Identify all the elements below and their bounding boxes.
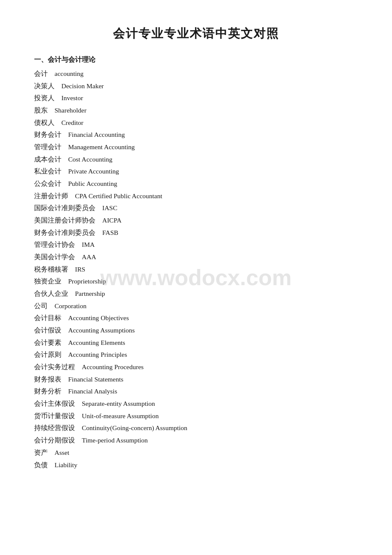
term-line: 持续经营假设 Continuity(Going-concern) Assumpt… [34, 422, 358, 434]
term-line: 股东 Shareholder [34, 104, 358, 117]
term-line: 会计假设 Accounting Assumptions [34, 324, 358, 337]
term-line: 财务会计准则委员会 FASB [34, 227, 358, 239]
term-line: 管理会计协会 IMA [34, 239, 358, 251]
term-line: 注册会计师 CPA Certified Public Accountant [34, 190, 358, 202]
term-line: 投资人 Investor [34, 92, 358, 104]
term-line: 货币计量假设 Unit-of-measure Assumption [34, 410, 358, 422]
term-line: 税务稽核署 IRS [34, 263, 358, 276]
term-line: 会计原则 Accounting Principles [34, 349, 358, 361]
term-line: 财务会计 Financial Accounting [34, 129, 358, 141]
term-line: 美国注册会计师协会 AICPA [34, 214, 358, 227]
term-line: 私业会计 Private Accounting [34, 165, 358, 178]
term-line: 会计要素 Accounting Elements [34, 337, 358, 349]
term-line: 会计主体假设 Separate-entity Assumption [34, 398, 358, 410]
term-line: 成本会计 Cost Accounting [34, 153, 358, 166]
page-title: 会计专业专业术语中英文对照 [34, 26, 358, 42]
term-line: 公司 Corporation [34, 300, 358, 312]
term-line: 会计 accounting [34, 68, 358, 80]
term-line: 会计实务过程 Accounting Procedures [34, 361, 358, 373]
term-line: 合伙人企业 Partnership [34, 288, 358, 300]
term-line: 财务报表 Financial Statements [34, 373, 358, 386]
term-line: 国际会计准则委员会 IASC [34, 202, 358, 214]
term-line: 负债 Liability [34, 459, 358, 471]
term-line: 财务分析 Financial Analysis [34, 385, 358, 398]
term-line: 独资企业 Proprietorship [34, 275, 358, 288]
term-line: 公众会计 Public Accounting [34, 178, 358, 190]
term-line: 美国会计学会 AAA [34, 251, 358, 263]
section-heading: 一、会计与会计理论 [34, 55, 358, 64]
term-line: 债权人 Creditor [34, 117, 358, 129]
terms-list: 会计 accounting决策人 Decision Maker投资人 Inves… [34, 68, 358, 471]
term-line: 会计目标 Accounting Objectives [34, 312, 358, 324]
term-line: 决策人 Decision Maker [34, 80, 358, 92]
term-line: 会计分期假设 Time-period Assumption [34, 434, 358, 447]
term-line: 管理会计 Management Accounting [34, 141, 358, 153]
term-line: 资产 Asset [34, 447, 358, 459]
